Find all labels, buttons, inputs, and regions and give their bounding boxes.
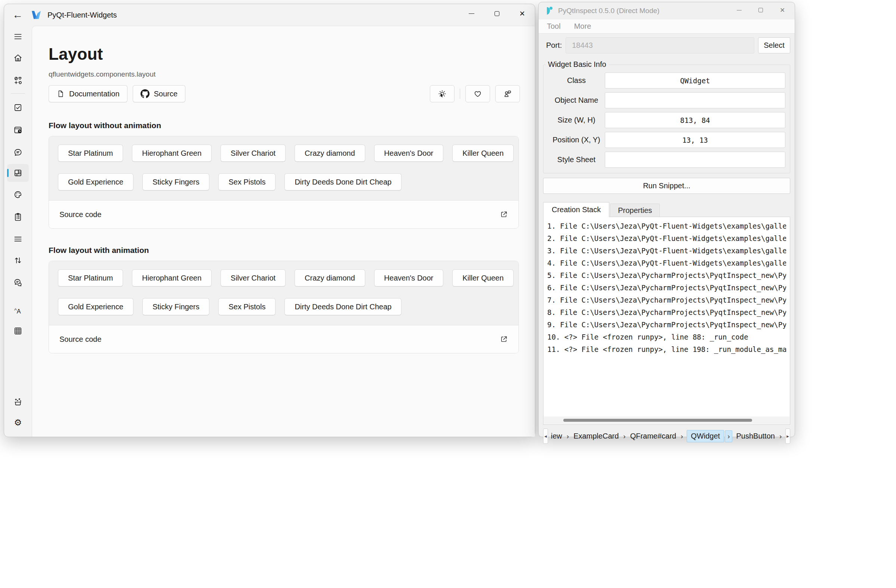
github-icon [140,89,149,98]
breadcrumb-scroll-right-button[interactable]: ▸ [785,428,790,444]
gallery-sidebar: A A ⚙ [4,26,32,437]
stand-button[interactable]: Star Platinum [58,269,123,287]
sidebar-item-view[interactable] [7,322,29,340]
sidebar-item-settings[interactable]: ⚙ [7,413,29,431]
stand-button[interactable]: Star Platinum [58,144,123,162]
stand-button[interactable]: Killer Queen [452,269,514,287]
maximize-button[interactable] [484,4,509,23]
tab-properties[interactable]: Properties [610,204,660,217]
stand-button[interactable]: Dirty Deeds Done Dirt Cheap [285,173,401,190]
minimize-button[interactable] [728,2,750,18]
source-code-label: Source code [59,335,101,344]
stand-button[interactable]: Gold Experience [58,298,133,315]
stand-button[interactable]: Gold Experience [58,173,133,190]
example-card-flow-no-anim: Star Platinum Hierophant Green Silver Ch… [49,136,519,229]
stand-button[interactable]: Silver Chariot [221,269,286,287]
stand-button[interactable]: Sex Pistols [218,173,276,190]
run-snippet-button[interactable]: Run Snippet... [543,178,790,194]
source-code-bar[interactable]: Source code [49,201,518,228]
stack-item[interactable]: 7. File C:\Users\Jeza\PycharmProjects\Py… [547,294,786,306]
stand-button[interactable]: Killer Queen [452,144,514,162]
stack-item[interactable]: 10. <?> File <frozen runpy>, line 88: _r… [547,331,786,343]
stand-button[interactable]: Crazy diamond [294,144,365,162]
theme-toggle-button[interactable] [430,85,454,102]
minimize-button[interactable] [459,4,484,23]
stack-item[interactable]: 3. File C:\Users\Jeza\PyQt-Fluent-Widget… [547,245,786,257]
position-field[interactable]: 13, 13 [605,132,785,148]
stand-button[interactable]: Silver Chariot [221,144,286,162]
pyqtinspect-window: PyQtInspect 0.5.0 (Direct Mode) ✕ Tool M… [538,2,795,437]
object-name-label: Object Name [548,96,605,105]
stack-item[interactable]: 1. File C:\Users\Jeza\PyQt-Fluent-Widget… [547,220,786,232]
external-link-icon[interactable] [500,335,508,343]
stand-button[interactable]: Hierophant Green [132,269,212,287]
select-button[interactable]: Select [758,37,790,53]
sidebar-item-date-time[interactable] [7,121,29,139]
port-input[interactable] [565,37,754,53]
menu-more[interactable]: More [574,22,591,30]
breadcrumb-item[interactable]: QFrame#card [629,430,677,442]
stand-button[interactable]: Heaven's Door [374,269,444,287]
sidebar-item-basic-input[interactable] [7,99,29,117]
menu-tool[interactable]: Tool [547,22,561,30]
stand-button[interactable]: Sex Pistols [218,298,276,315]
scrollbar-thumb[interactable] [563,419,752,422]
minimize-icon [469,14,474,14]
size-field[interactable]: 813, 84 [605,112,785,128]
example-card-flow-anim: Star Platinum Hierophant Green Silver Ch… [49,261,519,353]
documentation-button[interactable]: Documentation [49,85,128,102]
tab-creation-stack[interactable]: Creation Stack [543,202,609,217]
sidebar-item-layout[interactable] [7,164,29,182]
chat-bubble-icon [13,147,23,157]
style-sheet-field[interactable] [605,152,785,168]
source-button[interactable]: Source [133,85,185,102]
stack-item[interactable]: 4. File C:\Users\Jeza\PyQt-Fluent-Widget… [547,257,786,269]
sidebar-menu-toggle[interactable] [7,27,29,46]
breadcrumb-item-selected[interactable]: QWidget [687,430,724,442]
maximize-button[interactable] [750,2,771,18]
sidebar-item-menus[interactable] [7,230,29,248]
stand-button[interactable]: Sticky Fingers [142,173,210,190]
sidebar-item-text[interactable] [7,208,29,226]
stand-button[interactable]: Heaven's Door [374,144,444,162]
like-button[interactable] [465,85,490,102]
gallery-window-title: PyQt-Fluent-Widgets [47,11,117,20]
breadcrumb-item[interactable]: iew [550,430,563,442]
stand-button[interactable]: Dirty Deeds Done Dirt Cheap [285,298,401,315]
sidebar-item-designer[interactable] [7,393,29,411]
selected-indicator [7,169,9,177]
stack-item[interactable]: 5. File C:\Users\Jeza\PycharmProjects\Py… [547,269,786,282]
breadcrumb-item[interactable]: ExampleCard [573,430,619,442]
menu-lines-icon [13,234,23,244]
sidebar-item-typography[interactable]: A A [7,301,29,319]
sidebar-item-scroll[interactable] [7,251,29,269]
object-name-field[interactable] [605,92,785,108]
document-icon [56,90,65,98]
sidebar-item-dialogs[interactable] [7,143,29,161]
feedback-button[interactable] [495,85,520,102]
breadcrumb-item[interactable]: PushButton [735,430,775,442]
chevron-right-icon: › [677,432,687,441]
stack-item[interactable]: 9. File C:\Users\Jeza\PycharmProjects\Py… [547,319,786,331]
close-button[interactable]: ✕ [771,2,793,18]
sidebar-item-status-info[interactable] [7,273,29,292]
stand-button[interactable]: Hierophant Green [132,144,212,162]
sidebar-item-home[interactable] [7,49,29,67]
class-field[interactable]: QWidget [605,73,785,88]
stack-item[interactable]: 8. File C:\Users\Jeza\PycharmProjects\Py… [547,306,786,319]
breadcrumb-scroll-left-button[interactable]: ◂ [543,428,548,444]
sidebar-item-styling[interactable] [7,186,29,204]
stand-button[interactable]: Sticky Fingers [142,298,210,315]
close-button[interactable]: ✕ [509,4,535,23]
source-code-bar[interactable]: Source code [49,325,518,353]
stack-item[interactable]: 2. File C:\Users\Jeza\PyQt-Fluent-Widget… [547,232,786,245]
sidebar-item-icons[interactable] [7,71,29,89]
back-button[interactable]: ← [10,8,25,23]
stack-item[interactable]: 6. File C:\Users\Jeza\PycharmProjects\Py… [547,282,786,294]
stand-button[interactable]: Crazy diamond [294,269,365,287]
external-link-icon[interactable] [500,210,508,219]
stack-item[interactable]: 11. <?> File <frozen runpy>, line 198: _… [547,343,786,356]
grid-icon [13,326,23,336]
gallery-content: Layout qfluentwidgets.components.layout … [32,26,535,437]
horizontal-scrollbar[interactable] [544,416,789,424]
